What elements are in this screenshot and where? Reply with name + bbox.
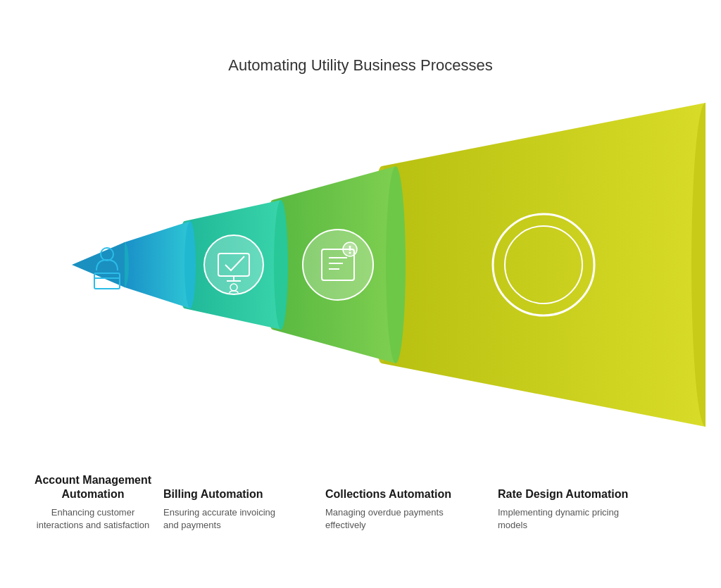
label-billing: Billing Automation Ensuring accurate inv… bbox=[163, 487, 276, 532]
diagram-container: Account Management Automation Enhancing … bbox=[15, 96, 706, 532]
segment-account-face bbox=[184, 221, 196, 308]
label-rate-title: Rate Design Automation bbox=[498, 487, 639, 502]
labels-container: Account Management Automation Enhancing … bbox=[15, 370, 706, 532]
label-account-subtitle: Enhancing customer interactions and sati… bbox=[30, 506, 156, 532]
label-collections-title: Collections Automation bbox=[325, 487, 456, 502]
segment-billing-face bbox=[274, 200, 288, 330]
label-billing-title: Billing Automation bbox=[163, 487, 276, 502]
collections-exclaim-dot bbox=[349, 251, 351, 254]
page-title: Automating Utility Business Processes bbox=[15, 56, 706, 75]
label-billing-subtitle: Ensuring accurate invoicing and payments bbox=[163, 506, 276, 532]
label-collections: Collections Automation Managing overdue … bbox=[325, 487, 456, 532]
label-account: Account Management Automation Enhancing … bbox=[30, 473, 156, 532]
label-rate: Rate Design Automation Implementing dyna… bbox=[498, 487, 639, 532]
label-account-title: Account Management Automation bbox=[30, 473, 156, 503]
segment-account bbox=[125, 221, 190, 308]
billing-icon-circle bbox=[204, 235, 263, 294]
segment-collections-face bbox=[386, 166, 406, 363]
collections-icon-circle bbox=[303, 230, 373, 300]
label-collections-subtitle: Managing overdue payments effectively bbox=[325, 506, 456, 532]
label-rate-subtitle: Implementing dynamic pricing models bbox=[498, 506, 639, 532]
page-container: Automating Utility Business Processes bbox=[15, 56, 706, 532]
